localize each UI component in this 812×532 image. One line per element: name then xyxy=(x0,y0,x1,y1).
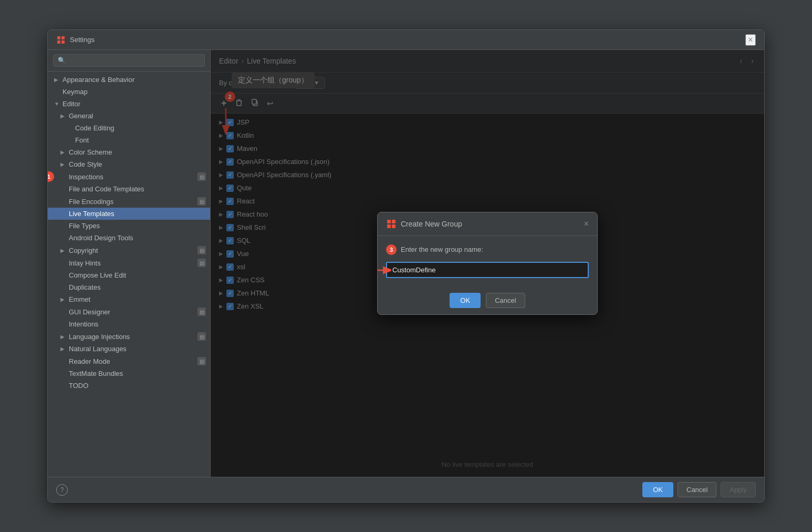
sidebar-item-intentions[interactable]: Intentions xyxy=(48,318,210,330)
sidebar-item-general[interactable]: ▶ General xyxy=(48,110,210,122)
dialog-body: 3 Enter the new group name: xyxy=(378,236,597,287)
dialog-cancel-button[interactable]: Cancel xyxy=(486,293,525,308)
dialog-overlay: Create New Group × 3 Enter the new group… xyxy=(211,50,764,477)
sidebar-item-language-injections[interactable]: ▶ Language Injections ▤ xyxy=(48,330,210,343)
sidebar-item-natural-languages[interactable]: ▶ Natural Languages xyxy=(48,343,210,355)
sidebar-item-gui-designer[interactable]: GUI Designer ▤ xyxy=(48,305,210,318)
sidebar-item-label: Natural Languages xyxy=(69,345,206,353)
settings-badge: ▤ xyxy=(197,197,206,206)
footer-buttons: OK Cancel Apply xyxy=(642,482,756,497)
sidebar-item-label: Code Style xyxy=(69,160,206,168)
sidebar-item-copyright[interactable]: ▶ Copyright ▤ xyxy=(48,244,210,257)
sidebar-item-android-design-tools[interactable]: Android Design Tools xyxy=(48,232,210,244)
dialog-header: Create New Group × xyxy=(378,212,597,236)
settings-badge: ▤ xyxy=(197,259,206,267)
dialog-label: Enter the new group name: xyxy=(401,244,483,253)
expand-arrow: ▶ xyxy=(60,248,67,253)
svg-rect-16 xyxy=(392,224,395,228)
dialog-footer: OK Cancel xyxy=(378,287,597,314)
expand-arrow: ▶ xyxy=(60,296,67,302)
sidebar-item-emmet[interactable]: ▶ Emmet xyxy=(48,293,210,305)
sidebar-item-label: Emmet xyxy=(69,295,206,303)
expand-arrow: ▶ xyxy=(60,334,67,340)
sidebar-item-reader-mode[interactable]: Reader Mode ▤ xyxy=(48,355,210,367)
window-footer: ? OK Cancel Apply xyxy=(48,477,764,502)
sidebar-item-appearance-behavior[interactable]: ▶ Appearance & Behavior xyxy=(48,74,210,86)
sidebar-item-inlay-hints[interactable]: Inlay Hints ▤ xyxy=(48,257,210,269)
sidebar-item-label: Copyright xyxy=(69,247,197,254)
sidebar-item-label: Inlay Hints xyxy=(69,259,197,267)
sidebar-item-font[interactable]: Font xyxy=(48,134,210,146)
sidebar-item-editor[interactable]: ▼ Editor xyxy=(48,98,210,110)
expand-arrow: ▶ xyxy=(60,113,67,119)
sidebar-item-label: Appearance & Behavior xyxy=(63,76,206,84)
sidebar-item-inspections[interactable]: 1 Inspections ▤ xyxy=(48,170,210,183)
sidebar-item-keymap[interactable]: Keymap xyxy=(48,86,210,98)
sidebar-item-label: Android Design Tools xyxy=(69,234,206,242)
sidebar-item-duplicates[interactable]: Duplicates xyxy=(48,281,210,293)
sidebar-item-file-code-templates[interactable]: File and Code Templates xyxy=(48,183,210,195)
sidebar-item-todo[interactable]: TODO xyxy=(48,380,210,392)
dialog-close-button[interactable]: × xyxy=(584,219,589,229)
dialog-ok-button[interactable]: OK xyxy=(450,293,481,308)
settings-badge: ▤ xyxy=(197,332,206,341)
sidebar-item-label: File Encodings xyxy=(69,198,197,206)
sidebar-item-label: Reader Mode xyxy=(69,357,197,365)
title-bar: Settings × xyxy=(48,30,764,50)
sidebar-tree: ▶ Appearance & Behavior Keymap ▼ Editor … xyxy=(48,71,210,477)
group-name-input[interactable] xyxy=(386,262,589,278)
window-title: Settings xyxy=(70,36,95,44)
expand-arrow: ▼ xyxy=(54,101,60,107)
sidebar-item-label: Editor xyxy=(63,100,206,108)
expand-arrow: ▶ xyxy=(60,149,67,155)
svg-rect-3 xyxy=(61,40,65,44)
main-content: Editor › Live Templates ‹ › By default e… xyxy=(211,50,764,477)
sidebar-item-label: Font xyxy=(75,136,206,144)
sidebar-item-label: File Types xyxy=(69,222,206,230)
ok-button[interactable]: OK xyxy=(642,482,673,497)
sidebar-item-label: TODO xyxy=(69,382,206,390)
dialog-app-icon xyxy=(386,219,397,229)
apply-button[interactable]: Apply xyxy=(721,482,756,497)
expand-arrow: ▶ xyxy=(60,346,67,352)
sidebar-item-textmate-bundles[interactable]: TextMate Bundles xyxy=(48,367,210,380)
app-icon xyxy=(56,35,66,45)
sidebar-item-label: GUI Designer xyxy=(69,308,197,316)
sidebar-item-live-templates[interactable]: Live Templates xyxy=(48,208,210,220)
sidebar-item-file-encodings[interactable]: File Encodings ▤ xyxy=(48,195,210,208)
create-group-dialog: Create New Group × 3 Enter the new group… xyxy=(377,212,598,315)
help-button[interactable]: ? xyxy=(56,484,68,496)
sidebar-item-code-editing[interactable]: Code Editing xyxy=(48,122,210,134)
search-input[interactable] xyxy=(53,54,205,67)
settings-window: Settings × ▶ Appearance & Behavior Keyma… xyxy=(47,29,765,503)
settings-badge: ▤ xyxy=(197,172,206,181)
cancel-button[interactable]: Cancel xyxy=(678,482,716,497)
sidebar-item-label: Color Scheme xyxy=(69,148,206,156)
svg-rect-2 xyxy=(57,40,60,44)
sidebar-item-label: Code Editing xyxy=(75,124,206,132)
search-bar xyxy=(48,50,210,71)
svg-rect-15 xyxy=(387,224,391,228)
svg-rect-13 xyxy=(387,220,391,223)
sidebar-item-color-scheme[interactable]: ▶ Color Scheme xyxy=(48,146,210,158)
sidebar-item-label: Intentions xyxy=(69,320,206,328)
sidebar-item-label: Inspections xyxy=(69,173,197,181)
settings-badge: ▤ xyxy=(197,246,206,254)
sidebar-item-label: Compose Live Edit xyxy=(69,271,206,279)
sidebar: ▶ Appearance & Behavior Keymap ▼ Editor … xyxy=(48,50,211,477)
window-close-button[interactable]: × xyxy=(745,34,756,46)
sidebar-item-label: Keymap xyxy=(63,88,206,96)
expand-arrow: ▶ xyxy=(60,161,67,167)
sidebar-item-compose-live-edit[interactable]: Compose Live Edit xyxy=(48,269,210,281)
sidebar-item-label: Language Injections xyxy=(69,333,197,341)
sidebar-item-code-style[interactable]: ▶ Code Style xyxy=(48,158,210,170)
sidebar-item-file-types[interactable]: File Types xyxy=(48,220,210,232)
step3-badge: 3 xyxy=(386,244,397,255)
dialog-title: Create New Group xyxy=(401,220,580,228)
sidebar-item-label: General xyxy=(69,112,206,120)
step1-badge: 1 xyxy=(48,171,54,182)
window-body: ▶ Appearance & Behavior Keymap ▼ Editor … xyxy=(48,50,764,477)
settings-badge: ▤ xyxy=(197,308,206,316)
sidebar-item-label: Duplicates xyxy=(69,283,206,291)
sidebar-item-label: Live Templates xyxy=(69,210,206,218)
